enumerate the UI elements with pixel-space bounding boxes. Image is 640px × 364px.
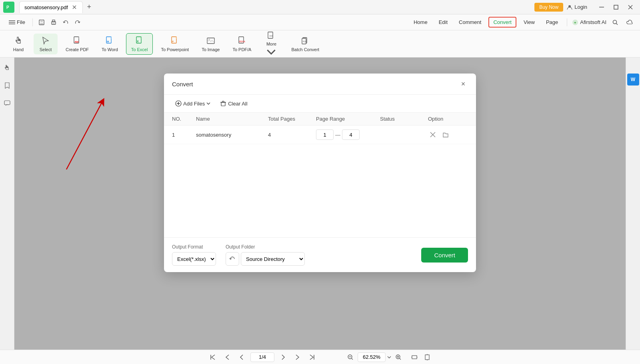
col-no: NO. bbox=[172, 116, 196, 122]
new-tab-button[interactable]: + bbox=[84, 2, 94, 12]
svg-rect-41 bbox=[4, 101, 10, 105]
save-button[interactable] bbox=[36, 17, 47, 28]
nav-comment[interactable]: Comment bbox=[455, 18, 485, 27]
right-sidebar: W bbox=[626, 58, 640, 350]
to-powerpoint-button[interactable]: P To Powerpoint bbox=[156, 34, 194, 54]
maximize-button[interactable] bbox=[610, 2, 622, 12]
zoom-in-button[interactable] bbox=[393, 352, 404, 363]
hand-tool-button[interactable]: Hand bbox=[6, 34, 30, 54]
page-number-input[interactable] bbox=[250, 352, 274, 362]
output-folder-label: Output Folder bbox=[226, 244, 305, 250]
svg-text:PDF: PDF bbox=[75, 41, 79, 43]
create-pdf-button[interactable]: PDF Create PDF bbox=[61, 34, 94, 54]
prev-page-arrow[interactable] bbox=[236, 352, 247, 363]
nav-edit[interactable]: Edit bbox=[435, 18, 452, 27]
row-delete-button[interactable] bbox=[428, 130, 438, 139]
tab-filename: somatosensory.pdf bbox=[24, 4, 68, 10]
ai-brand[interactable]: ✦ Afirstsoft AI bbox=[572, 19, 606, 26]
print-button[interactable] bbox=[48, 17, 59, 28]
convert-dialog: Convert × Add Files Clear All bbox=[164, 74, 476, 272]
nav-home[interactable]: Home bbox=[410, 18, 432, 27]
more-button[interactable]: More bbox=[259, 29, 283, 59]
svg-rect-34 bbox=[268, 32, 273, 38]
file-menu[interactable]: File bbox=[5, 18, 29, 27]
toolbar: Hand Select PDF Create PDF W To Word X T… bbox=[0, 30, 640, 58]
table-row: 1 somatosensory 4 — bbox=[164, 125, 476, 144]
svg-text:X: X bbox=[137, 40, 139, 43]
to-excel-button[interactable]: X To Excel bbox=[126, 33, 153, 55]
svg-line-21 bbox=[616, 23, 618, 25]
menu-sep-2 bbox=[567, 18, 567, 26]
file-tab[interactable]: somatosensory.pdf bbox=[19, 1, 83, 13]
create-pdf-icon: PDF bbox=[72, 36, 82, 46]
close-window-button[interactable] bbox=[624, 2, 637, 12]
to-word-button[interactable]: W To Word bbox=[97, 34, 123, 54]
svg-text:W: W bbox=[107, 40, 109, 43]
last-page-button[interactable] bbox=[306, 352, 318, 363]
cloud-button[interactable] bbox=[624, 17, 635, 28]
word-quick-convert-button[interactable]: W bbox=[627, 74, 639, 86]
app-logo: P bbox=[3, 2, 14, 13]
col-option: Option bbox=[428, 116, 468, 122]
to-pdfa-icon: PDF/A bbox=[237, 36, 247, 46]
svg-text:PDF: PDF bbox=[303, 40, 307, 43]
output-format-label: Output Format bbox=[172, 244, 216, 250]
add-files-button[interactable]: Add Files bbox=[172, 99, 214, 108]
sidebar-bookmark-icon[interactable] bbox=[2, 80, 13, 91]
prev-page-button[interactable] bbox=[222, 352, 233, 363]
select-tool-button[interactable]: Select bbox=[34, 34, 58, 54]
page-to-input[interactable] bbox=[342, 129, 360, 140]
to-pdfa-button[interactable]: PDF/A To PDF/A bbox=[228, 34, 256, 54]
clear-all-button[interactable]: Clear All bbox=[217, 99, 250, 108]
main-area: ¹ The following description is based on … bbox=[0, 58, 640, 350]
zoom-out-button[interactable] bbox=[345, 352, 356, 363]
nav-view[interactable]: View bbox=[520, 18, 539, 27]
menu-separator bbox=[32, 18, 33, 26]
redo-button[interactable] bbox=[72, 17, 83, 28]
table-body: 1 somatosensory 4 — bbox=[164, 125, 476, 237]
minimize-button[interactable] bbox=[595, 2, 608, 12]
col-status: Status bbox=[380, 116, 428, 122]
dialog-title: Convert bbox=[172, 81, 193, 88]
convert-button[interactable]: Convert bbox=[421, 248, 468, 263]
hamburger-icon bbox=[9, 19, 15, 26]
svg-rect-9 bbox=[9, 20, 15, 21]
fit-page-button[interactable] bbox=[422, 352, 433, 363]
svg-text:PDF/A: PDF/A bbox=[239, 40, 245, 43]
batch-convert-button[interactable]: PDF Batch Convert bbox=[286, 34, 324, 54]
zoom-input[interactable] bbox=[358, 352, 386, 362]
search-button[interactable] bbox=[610, 17, 621, 28]
svg-rect-5 bbox=[599, 7, 604, 8]
next-page-arrow[interactable] bbox=[278, 352, 289, 363]
nav-page[interactable]: Page bbox=[542, 18, 562, 27]
next-page-button[interactable] bbox=[292, 352, 303, 363]
svg-text:P: P bbox=[172, 40, 174, 43]
to-image-button[interactable]: To Image bbox=[197, 34, 224, 54]
dialog-close-button[interactable]: × bbox=[458, 79, 468, 89]
fit-width-button[interactable] bbox=[409, 352, 420, 363]
tab-close-button[interactable] bbox=[71, 4, 78, 10]
add-icon bbox=[175, 100, 182, 107]
login-button[interactable]: Login bbox=[566, 4, 587, 10]
first-page-button[interactable] bbox=[207, 352, 218, 363]
title-bar-right: Buy Now Login bbox=[534, 2, 637, 12]
col-page-range: Page Range bbox=[316, 116, 380, 122]
output-folder-select[interactable]: Source Directory bbox=[241, 252, 305, 266]
svg-rect-63 bbox=[425, 355, 429, 360]
svg-rect-46 bbox=[221, 102, 225, 106]
undo-button[interactable] bbox=[60, 17, 71, 28]
sidebar-comment-icon[interactable] bbox=[2, 97, 13, 109]
sidebar-hand-icon[interactable] bbox=[2, 62, 13, 74]
select-icon bbox=[41, 36, 50, 46]
output-format-select[interactable]: Excel(*.xlsx) bbox=[172, 252, 216, 266]
page-from-input[interactable] bbox=[316, 129, 334, 140]
trash-icon bbox=[220, 100, 226, 107]
svg-rect-48 bbox=[222, 101, 224, 102]
buy-now-button[interactable]: Buy Now bbox=[534, 3, 563, 12]
output-folder-icon-button[interactable] bbox=[226, 252, 239, 266]
svg-point-35 bbox=[270, 36, 270, 36]
output-format-group: Output Format Excel(*.xlsx) bbox=[172, 244, 216, 266]
row-folder-button[interactable] bbox=[441, 130, 450, 139]
nav-convert[interactable]: Convert bbox=[488, 17, 516, 28]
svg-rect-14 bbox=[40, 23, 43, 24]
